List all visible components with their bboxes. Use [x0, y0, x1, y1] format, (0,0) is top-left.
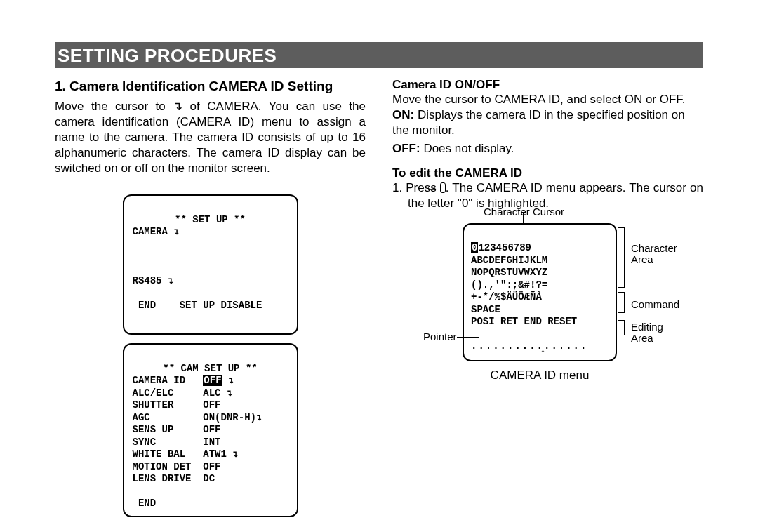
menu1-rs485: RS485 ↴	[133, 275, 174, 286]
label-command: Command	[631, 299, 679, 311]
setup-menu-box: ** SET UP **CAMERA ↴ RS485 ↴ END SET UP …	[123, 194, 298, 335]
bracket-command	[618, 292, 625, 313]
menu3-r3: NOPQRSTUVWXYZ	[471, 267, 547, 278]
subheading-onoff: Camera ID ON/OFF	[392, 78, 703, 92]
menu3-editing-row: ................	[471, 340, 587, 352]
menu3-r2: ABCDEFGHIJKLM	[471, 255, 547, 266]
camera-id-menu-box: 0123456789 ABCDEFGHIJKLM NOPQRSTUVWXYZ (…	[463, 223, 617, 361]
left-column: 1. Camera Identification CAMERA ID Setti…	[55, 75, 366, 517]
bracket-editarea	[618, 320, 625, 335]
menu3-r6: SPACE	[471, 304, 500, 315]
label-char-cursor: Character Cursor	[484, 206, 564, 218]
onoff-para-off: OFF: Does not display.	[392, 141, 703, 157]
onoff-para1: Move the cursor to CAMERA ID, and select…	[392, 92, 703, 107]
menu1-title: ** SET UP **	[133, 214, 288, 227]
diagram-caption: CAMERA ID menu	[463, 368, 617, 383]
camera-id-diagram: Character Cursor CharacterArea Command E…	[413, 223, 701, 383]
pointer-up-arrow-icon: ↑	[540, 347, 546, 361]
menu3-r7: POSI RET END RESET	[471, 316, 577, 327]
highlighted-char: 0	[471, 242, 478, 253]
menu2-title: ** CAM SET UP **	[133, 363, 288, 375]
onoff-para-on: ON: Displays the camera ID in the specif…	[392, 107, 703, 138]
label-char-area: CharacterArea	[631, 243, 677, 266]
intro-paragraph: Move the cursor to ↴ of CAMERA. You can …	[55, 99, 366, 176]
cam-setup-menu-box: ** CAM SET UP **CAMERA ID OFF ↴ ALC/ELC …	[123, 343, 298, 517]
section-banner: SETTING PROCEDURES	[55, 42, 703, 68]
menu3-r5: +-*/%$ÄÜÖÆÑÅ	[471, 291, 542, 302]
menu3-r4: ().,'":;&#!?=	[471, 279, 547, 291]
menu1-camera: CAMERA ↴	[133, 226, 180, 237]
menu1-end: END SET UP DISABLE	[133, 300, 262, 311]
section-heading: 1. Camera Identification CAMERA ID Setti…	[55, 78, 366, 95]
subheading-edit: To edit the CAMERA ID	[392, 166, 703, 180]
menu-button-icon: ▭	[440, 182, 446, 193]
bracket-chararea	[618, 227, 625, 288]
menu2-rows: CAMERA ID OFF ↴ ALC/ELC ALC ↴ SHUTTER OF…	[133, 375, 262, 484]
label-edit-area: EditingArea	[631, 321, 663, 345]
cursor-line	[523, 213, 524, 225]
menu2-end: END	[133, 498, 157, 509]
label-pointer: Pointer	[423, 331, 457, 343]
right-column: Camera ID ON/OFF Move the cursor to CAME…	[392, 75, 703, 517]
